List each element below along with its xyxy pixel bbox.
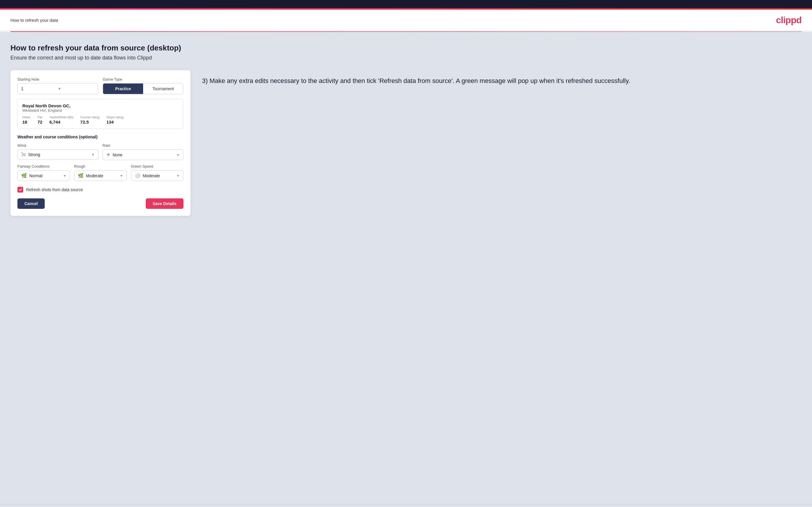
course-stats: Holes 18 Par 72 Yards/White (M)) 6,744 C… (22, 115, 179, 124)
green-speed-label: Green Speed (131, 164, 184, 169)
wind-icon: 🌬 (21, 152, 26, 157)
rough-col: Rough 🌿 Moderate ▼ (74, 164, 126, 181)
conditions-title: Weather and course conditions (optional) (17, 134, 184, 139)
main-content: How to refresh your data from source (de… (0, 32, 812, 504)
slope-rating-value: 134 (107, 119, 124, 124)
wind-select[interactable]: 🌬 Strong ▼ (17, 149, 98, 160)
course-rating-stat: Course rating 72.5 (81, 115, 100, 124)
rough-icon: 🌿 (78, 173, 84, 178)
course-rating-label: Course rating (81, 115, 100, 119)
form-actions: Cancel Save Details (17, 199, 184, 209)
header: How to refresh your data clippd (0, 10, 812, 31)
rain-col: Rain ☀ None ▼ (102, 143, 184, 160)
conditions-grid-3: Fairway Conditions 🌿 Normal ▼ Rough 🌿 Mo… (17, 164, 184, 181)
rain-value: None (113, 153, 176, 157)
green-speed-col: Green Speed ⚪ Moderate ▼ (131, 164, 184, 181)
yards-value: 6,744 (49, 119, 73, 124)
par-value: 72 (38, 119, 42, 124)
page-subheading: Ensure the correct and most up to date d… (10, 55, 802, 61)
holes-stat: Holes 18 (22, 115, 31, 124)
rain-chevron: ▼ (176, 153, 180, 157)
game-type-label: Game Type (103, 77, 184, 81)
starting-hole-value: 1 (21, 87, 58, 91)
course-rating-value: 72.5 (81, 119, 100, 124)
course-name: Royal North Devon GC, (22, 103, 179, 108)
course-location: Westward Ho!, England (22, 108, 179, 113)
rain-label: Rain (102, 143, 184, 148)
fairway-icon: 🌿 (21, 173, 27, 178)
top-bar (0, 0, 812, 8)
starting-hole-select[interactable]: 1 ▼ (17, 83, 98, 94)
starting-hole-chevron: ▼ (58, 87, 94, 91)
fairway-label: Fairway Conditions (17, 164, 70, 169)
rough-value: Moderate (86, 173, 119, 178)
rough-chevron: ▼ (120, 174, 123, 177)
checkmark-icon (18, 188, 22, 191)
page-heading: How to refresh your data from source (de… (10, 44, 802, 53)
refresh-checkbox-row: Refresh shots from data source (17, 187, 184, 192)
course-info-box: Royal North Devon GC, Westward Ho!, Engl… (17, 99, 184, 129)
rough-label: Rough (74, 164, 126, 169)
tournament-button[interactable]: Tournament (143, 83, 183, 94)
par-stat: Par 72 (38, 115, 42, 124)
green-speed-chevron: ▼ (176, 174, 180, 177)
holes-value: 18 (22, 119, 31, 124)
header-title: How to refresh your data (10, 18, 58, 22)
par-label: Par (38, 115, 42, 119)
refresh-checkbox-label: Refresh shots from data source (26, 187, 83, 192)
game-type-buttons: Practice Tournament (103, 83, 184, 94)
slope-rating-stat: Slope rating 134 (107, 115, 124, 124)
side-description-text: 3) Make any extra edits necessary to the… (202, 76, 802, 86)
wind-rain-grid: Wind 🌬 Strong ▼ Rain ☀ None ▼ (17, 143, 184, 160)
logo: clippd (776, 15, 802, 25)
form-row-top: Starting Hole 1 ▼ Game Type Practice Tou… (17, 77, 184, 94)
starting-hole-label: Starting Hole (17, 77, 98, 81)
footer: Copyright Clippd 2022 (0, 504, 812, 507)
rough-select[interactable]: 🌿 Moderate ▼ (74, 170, 126, 181)
fairway-col: Fairway Conditions 🌿 Normal ▼ (17, 164, 70, 181)
wind-value: Strong (28, 152, 92, 157)
green-speed-select[interactable]: ⚪ Moderate ▼ (131, 170, 184, 181)
content-area: Starting Hole 1 ▼ Game Type Practice Tou… (10, 70, 802, 216)
refresh-checkbox[interactable] (17, 187, 23, 192)
wind-label: Wind (17, 143, 98, 148)
yards-label: Yards/White (M)) (49, 115, 73, 119)
yards-stat: Yards/White (M)) 6,744 (49, 115, 73, 124)
form-card: Starting Hole 1 ▼ Game Type Practice Tou… (10, 70, 191, 216)
starting-hole-col: Starting Hole 1 ▼ (17, 77, 98, 94)
green-speed-value: Moderate (143, 173, 176, 178)
fairway-value: Normal (29, 173, 63, 178)
slope-rating-label: Slope rating (107, 115, 124, 119)
rain-select[interactable]: ☀ None ▼ (102, 149, 184, 160)
practice-button[interactable]: Practice (103, 83, 143, 94)
wind-chevron: ▼ (92, 153, 95, 156)
green-speed-icon: ⚪ (135, 173, 141, 178)
fairway-select[interactable]: 🌿 Normal ▼ (17, 170, 70, 181)
rain-icon: ☀ (106, 152, 110, 158)
side-description: 3) Make any extra edits necessary to the… (202, 70, 802, 86)
wind-col: Wind 🌬 Strong ▼ (17, 143, 98, 160)
fairway-chevron: ▼ (63, 174, 66, 177)
cancel-button[interactable]: Cancel (17, 199, 45, 209)
conditions-section: Weather and course conditions (optional)… (17, 134, 184, 181)
save-button[interactable]: Save Details (146, 199, 184, 209)
holes-label: Holes (22, 115, 31, 119)
game-type-col: Game Type Practice Tournament (103, 77, 184, 94)
